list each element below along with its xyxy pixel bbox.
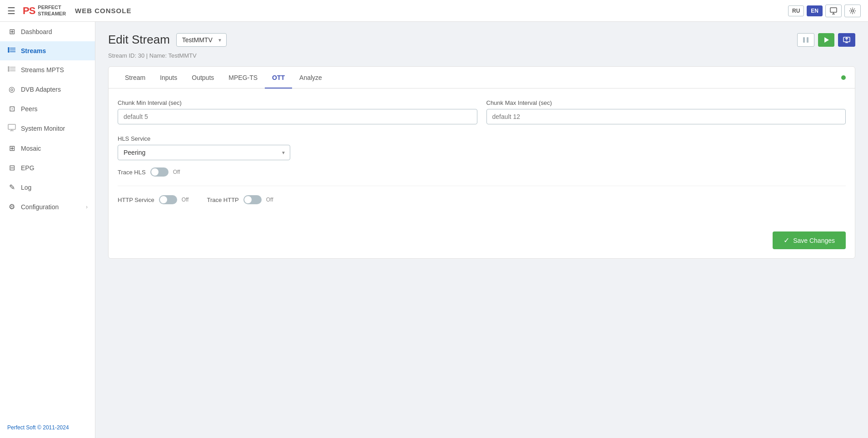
sidebar-item-label: System Monitor	[21, 125, 65, 132]
mosaic-icon: ⊞	[7, 144, 16, 153]
sidebar-item-system-monitor[interactable]: System Monitor	[0, 118, 95, 138]
tab-ott[interactable]: OTT	[265, 67, 292, 89]
sidebar-item-label: Streams	[21, 47, 46, 54]
save-icon: ✓	[784, 236, 789, 245]
sidebar-item-label: Log	[21, 184, 31, 191]
lang-en-button[interactable]: EN	[807, 5, 823, 16]
form-divider	[118, 186, 846, 186]
hls-service-label: HLS Service	[118, 135, 846, 142]
http-service-group: HTTP Service Off	[118, 195, 188, 204]
play-icon	[823, 37, 829, 43]
content-area: Edit Stream TestMMTV	[95, 22, 868, 438]
tabs-bar: Stream Inputs Outputs MPEG-TS OTT Analyz…	[109, 67, 855, 89]
sidebar-item-dashboard[interactable]: ⊞ Dashboard	[0, 22, 95, 41]
page-header: Edit Stream TestMMTV	[108, 33, 855, 47]
logo-ps: PS	[23, 5, 35, 17]
system-monitor-icon	[7, 124, 16, 133]
form-footer: ✓ Save Changes	[109, 224, 855, 258]
streams-mpts-icon	[7, 66, 16, 74]
tab-outputs[interactable]: Outputs	[184, 67, 221, 89]
topbar: ☰ PS PERFECT STREAMER WEB CONSOLE RU EN	[0, 0, 868, 22]
peers-icon: ⊡	[7, 104, 16, 113]
sidebar-item-label: Peers	[21, 105, 38, 113]
tab-mpeg-ts[interactable]: MPEG-TS	[221, 67, 265, 89]
monitor-icon-button[interactable]	[825, 5, 842, 17]
menu-icon[interactable]: ☰	[7, 5, 15, 16]
lang-ru-button[interactable]: RU	[788, 5, 804, 16]
sidebar-item-label: DVB Adapters	[21, 86, 61, 93]
sidebar: ⊞ Dashboard Streams	[0, 22, 95, 438]
pause-icon	[802, 37, 809, 43]
http-service-label: HTTP Service	[118, 197, 154, 203]
streams-icon	[7, 47, 16, 55]
tab-stream[interactable]: Stream	[118, 67, 153, 89]
page-title: Edit Stream	[108, 33, 170, 47]
svg-point-10	[8, 66, 10, 68]
svg-point-6	[8, 49, 10, 51]
sidebar-item-log[interactable]: ✎ Log	[0, 177, 95, 197]
sidebar-item-dvb-adapters[interactable]: ◎ DVB Adapters	[0, 79, 95, 99]
chunk-max-label: Chunk Max Interval (sec)	[486, 99, 846, 106]
sidebar-item-label: Dashboard	[21, 28, 52, 35]
http-service-slider	[159, 195, 177, 204]
chunk-min-input[interactable]	[118, 109, 477, 124]
page-header-left: Edit Stream TestMMTV	[108, 33, 227, 47]
svg-point-3	[852, 10, 854, 12]
stream-info: Stream ID: 30 | Name: TestMMTV	[108, 52, 855, 59]
settings-icon	[849, 7, 856, 15]
stream-selector[interactable]: TestMMTV	[176, 33, 227, 47]
sidebar-item-streams-mpts[interactable]: Streams MPTS	[0, 60, 95, 79]
trace-hls-row: Trace HLS Off	[118, 167, 846, 177]
page-header-right	[797, 33, 855, 47]
main-layout: ⊞ Dashboard Streams	[0, 22, 868, 438]
svg-point-12	[8, 68, 10, 70]
sidebar-item-epg[interactable]: ⊟ EPG	[0, 158, 95, 177]
sidebar-item-mosaic[interactable]: ⊞ Mosaic	[0, 138, 95, 158]
save-changes-button[interactable]: ✓ Save Changes	[773, 231, 846, 249]
chunk-max-input[interactable]	[486, 109, 846, 124]
hls-service-select-wrapper: Peering	[118, 145, 290, 160]
epg-icon: ⊟	[7, 163, 16, 172]
stream-selector-wrapper: TestMMTV	[176, 33, 227, 47]
chunk-min-label: Chunk Min Interval (sec)	[118, 99, 477, 106]
topbar-actions: RU EN	[788, 5, 861, 17]
trace-http-toggle[interactable]	[243, 195, 262, 204]
monitor-icon	[830, 7, 837, 15]
log-icon: ✎	[7, 183, 16, 192]
export-icon	[843, 37, 850, 43]
play-button[interactable]	[818, 33, 834, 47]
sidebar-item-label: Mosaic	[21, 145, 41, 152]
dashboard-icon: ⊞	[7, 27, 16, 36]
trace-hls-label: Trace HLS	[118, 169, 146, 176]
sidebar-item-streams[interactable]: Streams	[0, 41, 95, 60]
trace-http-off-label: Off	[266, 197, 273, 203]
save-label: Save Changes	[793, 237, 835, 244]
sidebar-item-peers[interactable]: ⊡ Peers	[0, 99, 95, 118]
trace-hls-toggle[interactable]	[150, 167, 169, 177]
tab-inputs[interactable]: Inputs	[153, 67, 184, 89]
sidebar-footer: Perfect Soft © 2011-2024	[0, 417, 95, 438]
dvb-adapters-icon: ◎	[7, 85, 16, 94]
hls-service-group: HLS Service Peering	[118, 135, 846, 160]
trace-http-label: Trace HTTP	[207, 197, 238, 203]
settings-icon-button[interactable]	[844, 5, 861, 17]
http-service-off-label: Off	[182, 197, 189, 203]
hls-service-select[interactable]: Peering	[118, 145, 290, 160]
sidebar-item-configuration[interactable]: ⚙ Configuration ›	[0, 197, 95, 217]
trace-http-slider	[243, 195, 262, 204]
chunk-interval-row: Chunk Min Interval (sec) Chunk Max Inter…	[118, 99, 846, 124]
pause-button[interactable]	[797, 33, 814, 47]
export-button[interactable]	[838, 33, 855, 47]
edit-stream-card: Stream Inputs Outputs MPEG-TS OTT Analyz…	[108, 66, 855, 259]
http-service-toggle[interactable]	[159, 195, 177, 204]
svg-point-4	[8, 47, 10, 49]
status-dot	[841, 75, 846, 80]
svg-rect-0	[830, 8, 837, 12]
topbar-title: WEB CONSOLE	[75, 7, 788, 15]
tab-analyze[interactable]: Analyze	[292, 67, 329, 89]
svg-rect-16	[8, 124, 15, 129]
chunk-min-group: Chunk Min Interval (sec)	[118, 99, 477, 124]
logo-text: PERFECT STREAMER	[38, 5, 66, 16]
trace-http-group: Trace HTTP Off	[207, 195, 273, 204]
trace-hls-slider	[150, 167, 169, 177]
